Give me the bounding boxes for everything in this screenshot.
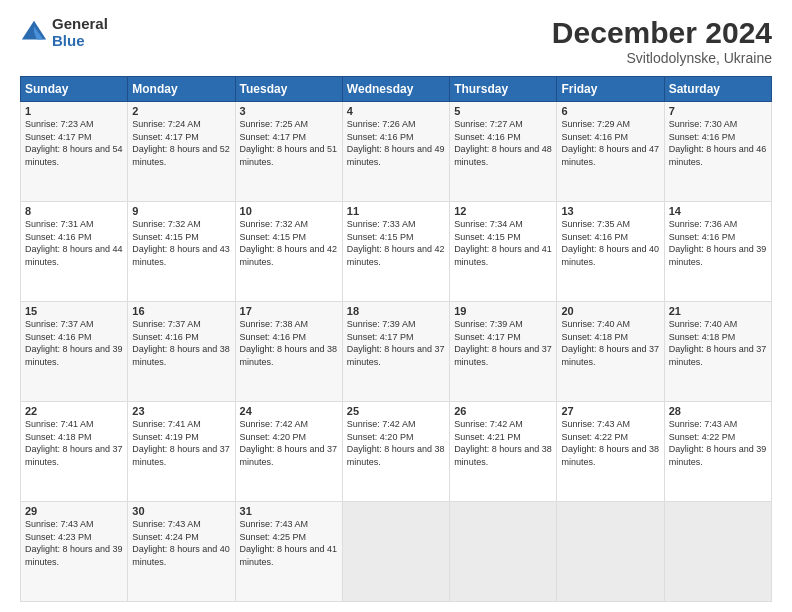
calendar-table: SundayMondayTuesdayWednesdayThursdayFrid…	[20, 76, 772, 602]
day-number: 18	[347, 305, 445, 317]
cell-info: Sunrise: 7:39 AMSunset: 4:17 PMDaylight:…	[347, 319, 445, 367]
column-header-saturday: Saturday	[664, 77, 771, 102]
calendar-cell: 17Sunrise: 7:38 AMSunset: 4:16 PMDayligh…	[235, 302, 342, 402]
calendar-cell	[450, 502, 557, 602]
calendar-cell: 14Sunrise: 7:36 AMSunset: 4:16 PMDayligh…	[664, 202, 771, 302]
day-number: 3	[240, 105, 338, 117]
calendar-cell: 21Sunrise: 7:40 AMSunset: 4:18 PMDayligh…	[664, 302, 771, 402]
cell-info: Sunrise: 7:41 AMSunset: 4:18 PMDaylight:…	[25, 419, 123, 467]
calendar-cell	[557, 502, 664, 602]
cell-info: Sunrise: 7:24 AMSunset: 4:17 PMDaylight:…	[132, 119, 230, 167]
calendar-cell	[664, 502, 771, 602]
cell-info: Sunrise: 7:43 AMSunset: 4:23 PMDaylight:…	[25, 519, 123, 567]
day-number: 6	[561, 105, 659, 117]
calendar-cell: 9Sunrise: 7:32 AMSunset: 4:15 PMDaylight…	[128, 202, 235, 302]
day-number: 4	[347, 105, 445, 117]
calendar-cell: 29Sunrise: 7:43 AMSunset: 4:23 PMDayligh…	[21, 502, 128, 602]
cell-info: Sunrise: 7:36 AMSunset: 4:16 PMDaylight:…	[669, 219, 767, 267]
calendar-cell: 30Sunrise: 7:43 AMSunset: 4:24 PMDayligh…	[128, 502, 235, 602]
calendar-cell	[342, 502, 449, 602]
day-number: 15	[25, 305, 123, 317]
cell-info: Sunrise: 7:43 AMSunset: 4:25 PMDaylight:…	[240, 519, 338, 567]
day-number: 10	[240, 205, 338, 217]
day-number: 21	[669, 305, 767, 317]
calendar-cell: 4Sunrise: 7:26 AMSunset: 4:16 PMDaylight…	[342, 102, 449, 202]
cell-info: Sunrise: 7:42 AMSunset: 4:20 PMDaylight:…	[240, 419, 338, 467]
calendar-week-3: 15Sunrise: 7:37 AMSunset: 4:16 PMDayligh…	[21, 302, 772, 402]
calendar-cell: 15Sunrise: 7:37 AMSunset: 4:16 PMDayligh…	[21, 302, 128, 402]
day-number: 19	[454, 305, 552, 317]
calendar-cell: 26Sunrise: 7:42 AMSunset: 4:21 PMDayligh…	[450, 402, 557, 502]
calendar-week-1: 1Sunrise: 7:23 AMSunset: 4:17 PMDaylight…	[21, 102, 772, 202]
day-number: 17	[240, 305, 338, 317]
cell-info: Sunrise: 7:31 AMSunset: 4:16 PMDaylight:…	[25, 219, 123, 267]
calendar-cell: 1Sunrise: 7:23 AMSunset: 4:17 PMDaylight…	[21, 102, 128, 202]
calendar-cell: 7Sunrise: 7:30 AMSunset: 4:16 PMDaylight…	[664, 102, 771, 202]
day-number: 30	[132, 505, 230, 517]
day-number: 1	[25, 105, 123, 117]
cell-info: Sunrise: 7:38 AMSunset: 4:16 PMDaylight:…	[240, 319, 338, 367]
cell-info: Sunrise: 7:43 AMSunset: 4:24 PMDaylight:…	[132, 519, 230, 567]
day-number: 23	[132, 405, 230, 417]
column-header-thursday: Thursday	[450, 77, 557, 102]
day-number: 2	[132, 105, 230, 117]
day-number: 14	[669, 205, 767, 217]
logo-blue-label: Blue	[52, 33, 108, 50]
calendar-cell: 28Sunrise: 7:43 AMSunset: 4:22 PMDayligh…	[664, 402, 771, 502]
cell-info: Sunrise: 7:39 AMSunset: 4:17 PMDaylight:…	[454, 319, 552, 367]
day-number: 20	[561, 305, 659, 317]
cell-info: Sunrise: 7:29 AMSunset: 4:16 PMDaylight:…	[561, 119, 659, 167]
column-header-monday: Monday	[128, 77, 235, 102]
day-number: 27	[561, 405, 659, 417]
cell-info: Sunrise: 7:41 AMSunset: 4:19 PMDaylight:…	[132, 419, 230, 467]
cell-info: Sunrise: 7:27 AMSunset: 4:16 PMDaylight:…	[454, 119, 552, 167]
calendar-cell: 25Sunrise: 7:42 AMSunset: 4:20 PMDayligh…	[342, 402, 449, 502]
calendar-cell: 11Sunrise: 7:33 AMSunset: 4:15 PMDayligh…	[342, 202, 449, 302]
calendar-cell: 19Sunrise: 7:39 AMSunset: 4:17 PMDayligh…	[450, 302, 557, 402]
calendar-week-5: 29Sunrise: 7:43 AMSunset: 4:23 PMDayligh…	[21, 502, 772, 602]
cell-info: Sunrise: 7:37 AMSunset: 4:16 PMDaylight:…	[132, 319, 230, 367]
calendar-cell: 12Sunrise: 7:34 AMSunset: 4:15 PMDayligh…	[450, 202, 557, 302]
day-number: 9	[132, 205, 230, 217]
column-header-sunday: Sunday	[21, 77, 128, 102]
calendar-cell: 24Sunrise: 7:42 AMSunset: 4:20 PMDayligh…	[235, 402, 342, 502]
day-number: 12	[454, 205, 552, 217]
day-number: 16	[132, 305, 230, 317]
cell-info: Sunrise: 7:33 AMSunset: 4:15 PMDaylight:…	[347, 219, 445, 267]
cell-info: Sunrise: 7:32 AMSunset: 4:15 PMDaylight:…	[132, 219, 230, 267]
day-number: 28	[669, 405, 767, 417]
column-header-tuesday: Tuesday	[235, 77, 342, 102]
calendar-cell: 10Sunrise: 7:32 AMSunset: 4:15 PMDayligh…	[235, 202, 342, 302]
day-number: 25	[347, 405, 445, 417]
cell-info: Sunrise: 7:35 AMSunset: 4:16 PMDaylight:…	[561, 219, 659, 267]
day-number: 8	[25, 205, 123, 217]
cell-info: Sunrise: 7:25 AMSunset: 4:17 PMDaylight:…	[240, 119, 338, 167]
calendar-week-2: 8Sunrise: 7:31 AMSunset: 4:16 PMDaylight…	[21, 202, 772, 302]
column-header-friday: Friday	[557, 77, 664, 102]
day-number: 22	[25, 405, 123, 417]
cell-info: Sunrise: 7:42 AMSunset: 4:21 PMDaylight:…	[454, 419, 552, 467]
cell-info: Sunrise: 7:40 AMSunset: 4:18 PMDaylight:…	[561, 319, 659, 367]
calendar-cell: 5Sunrise: 7:27 AMSunset: 4:16 PMDaylight…	[450, 102, 557, 202]
calendar-cell: 22Sunrise: 7:41 AMSunset: 4:18 PMDayligh…	[21, 402, 128, 502]
calendar-cell: 18Sunrise: 7:39 AMSunset: 4:17 PMDayligh…	[342, 302, 449, 402]
cell-info: Sunrise: 7:26 AMSunset: 4:16 PMDaylight:…	[347, 119, 445, 167]
logo: General Blue	[20, 16, 108, 49]
day-number: 7	[669, 105, 767, 117]
cell-info: Sunrise: 7:42 AMSunset: 4:20 PMDaylight:…	[347, 419, 445, 467]
cell-info: Sunrise: 7:30 AMSunset: 4:16 PMDaylight:…	[669, 119, 767, 167]
calendar-cell: 3Sunrise: 7:25 AMSunset: 4:17 PMDaylight…	[235, 102, 342, 202]
calendar-cell: 2Sunrise: 7:24 AMSunset: 4:17 PMDaylight…	[128, 102, 235, 202]
month-title: December 2024	[552, 16, 772, 50]
calendar-week-4: 22Sunrise: 7:41 AMSunset: 4:18 PMDayligh…	[21, 402, 772, 502]
calendar-cell: 13Sunrise: 7:35 AMSunset: 4:16 PMDayligh…	[557, 202, 664, 302]
day-number: 31	[240, 505, 338, 517]
logo-general-label: General	[52, 16, 108, 33]
day-number: 5	[454, 105, 552, 117]
calendar-cell: 8Sunrise: 7:31 AMSunset: 4:16 PMDaylight…	[21, 202, 128, 302]
calendar-cell: 16Sunrise: 7:37 AMSunset: 4:16 PMDayligh…	[128, 302, 235, 402]
page: General Blue December 2024 Svitlodolynsk…	[0, 0, 792, 612]
cell-info: Sunrise: 7:43 AMSunset: 4:22 PMDaylight:…	[561, 419, 659, 467]
calendar-cell: 6Sunrise: 7:29 AMSunset: 4:16 PMDaylight…	[557, 102, 664, 202]
cell-info: Sunrise: 7:37 AMSunset: 4:16 PMDaylight:…	[25, 319, 123, 367]
